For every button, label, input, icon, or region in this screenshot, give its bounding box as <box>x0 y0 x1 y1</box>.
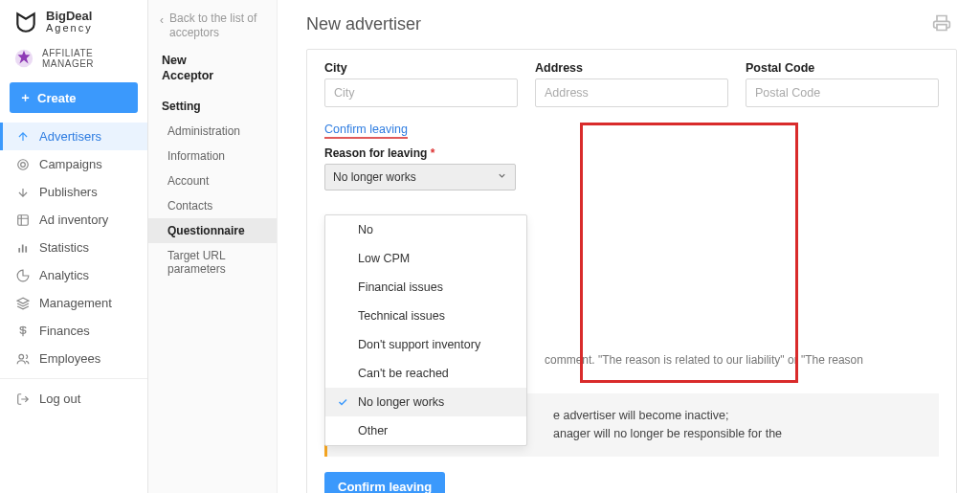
svg-rect-3 <box>17 214 28 225</box>
role-label: AFFILIATE MANAGER <box>42 48 138 69</box>
svg-point-2 <box>20 162 25 167</box>
postal-input[interactable] <box>746 78 939 107</box>
sidebar-item-ad-inventory[interactable]: Ad inventory <box>0 206 147 234</box>
nav-label: Employees <box>39 351 100 366</box>
label-address: Address <box>535 61 728 75</box>
mid-item-target-url[interactable]: Target URL parameters <box>148 243 277 281</box>
chevron-down-icon <box>497 170 507 184</box>
nav-label: Finances <box>39 324 90 338</box>
check-icon <box>337 396 348 411</box>
reason-label: Reason for leaving * <box>324 146 939 160</box>
dropdown-item-technical[interactable]: Technical issues <box>325 302 526 330</box>
sidebar-item-management[interactable]: Management <box>0 289 147 317</box>
field-city: City <box>324 61 518 107</box>
divider <box>0 378 147 379</box>
required-mark: * <box>431 146 435 160</box>
svg-rect-6 <box>25 246 27 252</box>
mid-item-setting[interactable]: Setting <box>148 94 277 119</box>
sidebar-left: BigDeal Agency AFFILIATE MANAGER ＋ Creat… <box>0 0 148 493</box>
mid-heading-new: New <box>148 54 277 69</box>
sidebar-item-statistics[interactable]: Statistics <box>0 234 147 261</box>
confirm-leaving-button[interactable]: Confirm leaving <box>324 472 445 494</box>
upload-icon <box>15 129 30 144</box>
dropdown-item-no-longer[interactable]: No longer works <box>325 388 526 416</box>
nav-label: Statistics <box>39 240 89 255</box>
sidebar-item-campaigns[interactable]: Campaigns <box>0 150 147 178</box>
target-icon <box>15 157 30 171</box>
nav: Advertisers Campaigns Publishers Ad inve… <box>0 123 147 493</box>
mid-item-questionnaire[interactable]: Questionnaire <box>148 218 277 243</box>
address-input[interactable] <box>535 78 728 107</box>
dropdown-item-inventory[interactable]: Don't support inventory <box>325 330 526 359</box>
dd-text: No longer works <box>358 395 444 409</box>
dropdown-item-no[interactable]: No <box>325 215 526 244</box>
mid-item-contacts[interactable]: Contacts <box>148 193 277 218</box>
confirm-leaving-link[interactable]: Confirm leaving <box>324 123 408 139</box>
create-label: Create <box>37 91 76 105</box>
nav-label: Log out <box>39 392 80 406</box>
print-icon[interactable] <box>932 13 951 35</box>
back-text: Back to the list of acceptors <box>169 11 267 40</box>
reason-label-text: Reason for leaving <box>324 146 427 160</box>
mid-heading-acceptor: Acceptor <box>148 69 277 84</box>
sidebar-item-logout[interactable]: Log out <box>0 385 147 413</box>
reason-select[interactable]: No longer works <box>324 164 516 190</box>
dropdown-item-unreached[interactable]: Can't be reached <box>325 359 526 388</box>
sidebar-item-analytics[interactable]: Analytics <box>0 261 147 289</box>
label-city: City <box>324 61 518 75</box>
chevron-left-icon: ‹ <box>160 13 164 40</box>
brand-sub: Agency <box>46 23 93 34</box>
download-icon <box>15 185 30 199</box>
nav-label: Management <box>39 296 112 310</box>
city-input[interactable] <box>324 78 518 107</box>
bars-icon <box>15 240 30 255</box>
reason-selected-value: No longer works <box>333 170 416 184</box>
panel-sub: ‹ Back to the list of acceptors New Acce… <box>148 0 278 493</box>
nav-label: Campaigns <box>39 157 102 171</box>
sidebar-item-publishers[interactable]: Publishers <box>0 178 147 206</box>
role-row: AFFILIATE MANAGER <box>0 42 147 78</box>
svg-rect-4 <box>18 248 20 253</box>
dropdown-item-financial[interactable]: Financial issues <box>325 273 526 302</box>
users-icon <box>15 351 30 366</box>
dropdown-item-other[interactable]: Other <box>325 416 526 445</box>
svg-point-7 <box>18 354 23 359</box>
sidebar-item-employees[interactable]: Employees <box>0 345 147 372</box>
sidebar-item-advertisers[interactable]: Advertisers <box>0 123 147 150</box>
reason-dropdown: No Low CPM Financial issues Technical is… <box>324 214 527 446</box>
logo-icon <box>13 10 38 34</box>
nav-label: Advertisers <box>39 129 101 144</box>
page-title: New advertiser <box>306 14 421 34</box>
back-link[interactable]: ‹ Back to the list of acceptors <box>148 11 277 54</box>
create-button[interactable]: ＋ Create <box>10 82 138 113</box>
label-postal: Postal Code <box>746 61 939 75</box>
plus-icon: ＋ <box>19 89 32 106</box>
field-postal: Postal Code <box>746 61 939 107</box>
logout-icon <box>15 392 30 406</box>
nav-label: Ad inventory <box>39 213 108 227</box>
svg-rect-5 <box>21 244 23 252</box>
svg-point-1 <box>17 159 28 169</box>
logo: BigDeal Agency <box>0 0 147 42</box>
grid-icon <box>15 213 30 227</box>
field-address: Address <box>535 61 728 107</box>
nav-label: Publishers <box>39 185 98 199</box>
logo-text: BigDeal Agency <box>46 10 93 34</box>
layers-icon <box>15 296 30 310</box>
mid-item-administration[interactable]: Administration <box>148 119 277 144</box>
main: New advertiser City Address Postal Code <box>278 0 980 493</box>
nav-label: Analytics <box>39 268 89 282</box>
sidebar-item-finances[interactable]: Finances <box>0 317 147 345</box>
pie-icon <box>15 268 30 282</box>
dollar-icon <box>15 324 30 338</box>
dropdown-item-low-cpm[interactable]: Low CPM <box>325 244 526 273</box>
form-card: City Address Postal Code Confirm leaving… <box>306 49 957 493</box>
role-avatar-icon <box>13 48 34 69</box>
mid-item-information[interactable]: Information <box>148 144 277 168</box>
mid-item-account[interactable]: Account <box>148 168 277 193</box>
